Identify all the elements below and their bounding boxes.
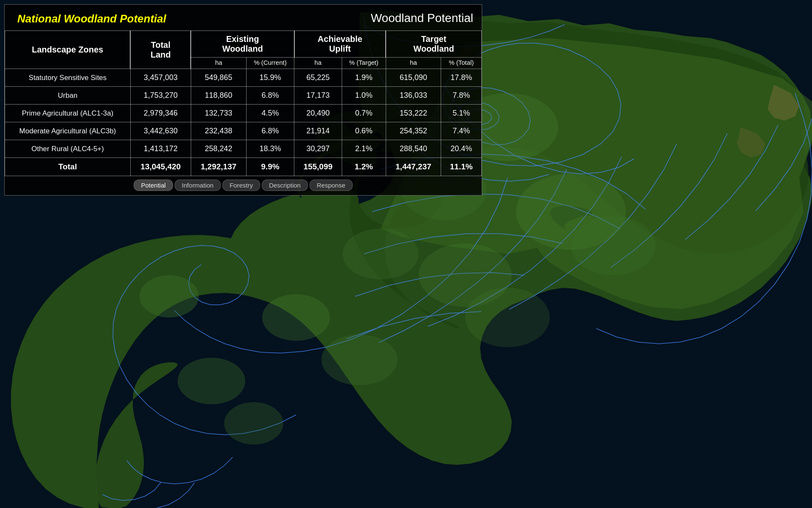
cell-0-2: 549,865 — [191, 69, 246, 87]
col-header-existing: ExistingWoodland — [191, 31, 294, 58]
cell-0-7: 17.8% — [441, 69, 482, 87]
cell-4-4: 30,297 — [294, 140, 342, 158]
tab-description[interactable]: Description — [262, 179, 308, 191]
col-header-total-land: TotalLand — [130, 31, 191, 69]
cell-5-6: 1,447,237 — [386, 158, 441, 176]
cell-3-5: 0.6% — [342, 122, 386, 140]
cell-1-6: 136,033 — [386, 87, 441, 105]
cell-1-2: 118,860 — [191, 87, 246, 105]
tab-response[interactable]: Response — [310, 179, 353, 191]
table-row: Other Rural (ALC4-5+)1,413,172258,24218.… — [5, 140, 482, 158]
cell-4-7: 20.4% — [441, 140, 482, 158]
title-bar: National Woodland Potential Woodland Pot… — [5, 5, 482, 30]
sub-header-pct-total: % (Total) — [441, 58, 482, 69]
cell-3-3: 6.8% — [246, 122, 294, 140]
cell-0-6: 615,090 — [386, 69, 441, 87]
cell-2-2: 132,733 — [191, 105, 246, 122]
table-row: Statutory Sensitive Sites3,457,003549,86… — [5, 69, 482, 87]
cell-4-2: 258,242 — [191, 140, 246, 158]
sub-header-ha-1: ha — [191, 58, 246, 69]
cell-5-3: 9.9% — [246, 158, 294, 176]
cell-4-3: 18.3% — [246, 140, 294, 158]
cell-2-4: 20,490 — [294, 105, 342, 122]
table-row: Moderate Agricultural (ALC3b)3,442,63023… — [5, 122, 482, 140]
cell-3-0: Moderate Agricultural (ALC3b) — [5, 122, 131, 140]
cell-1-5: 1.0% — [342, 87, 386, 105]
cell-5-1: 13,045,420 — [130, 158, 191, 176]
cell-1-4: 17,173 — [294, 87, 342, 105]
cell-1-0: Urban — [5, 87, 131, 105]
sub-header-pct-current: % (Current) — [246, 58, 294, 69]
col-header-landscape: Landscape Zones — [5, 31, 131, 69]
cell-4-5: 2.1% — [342, 140, 386, 158]
table-row: Total13,045,4201,292,1379.9%155,0991.2%1… — [5, 158, 482, 176]
cell-3-6: 254,352 — [386, 122, 441, 140]
cell-0-3: 15.9% — [246, 69, 294, 87]
tab-potential[interactable]: Potential — [134, 179, 173, 191]
cell-2-1: 2,979,346 — [130, 105, 191, 122]
cell-1-3: 6.8% — [246, 87, 294, 105]
cell-0-4: 65,225 — [294, 69, 342, 87]
cell-2-3: 4.5% — [246, 105, 294, 122]
cell-5-4: 155,099 — [294, 158, 342, 176]
cell-3-4: 21,914 — [294, 122, 342, 140]
cell-0-5: 1.9% — [342, 69, 386, 87]
cell-5-0: Total — [5, 158, 131, 176]
cell-5-7: 11.1% — [441, 158, 482, 176]
panel-title: National Woodland Potential — [11, 8, 172, 28]
cell-2-6: 153,222 — [386, 105, 441, 122]
data-panel: National Woodland Potential Woodland Pot… — [4, 4, 482, 196]
cell-4-1: 1,413,172 — [130, 140, 191, 158]
cell-2-5: 0.7% — [342, 105, 386, 122]
table-row: Prime Agricultural (ALC1-3a)2,979,346132… — [5, 105, 482, 122]
cell-2-7: 5.1% — [441, 105, 482, 122]
cell-1-7: 7.8% — [441, 87, 482, 105]
cell-5-5: 1.2% — [342, 158, 386, 176]
sub-header-ha-2: ha — [294, 58, 342, 69]
cell-4-6: 288,540 — [386, 140, 441, 158]
col-header-target: TargetWoodland — [386, 31, 481, 58]
cell-1-1: 1,753,270 — [130, 87, 191, 105]
cell-0-0: Statutory Sensitive Sites — [5, 69, 131, 87]
cell-4-0: Other Rural (ALC4-5+) — [5, 140, 131, 158]
table-row: Urban1,753,270118,8606.8%17,1731.0%136,0… — [5, 87, 482, 105]
cell-0-1: 3,457,003 — [130, 69, 191, 87]
woodland-potential-label: Woodland Potential — [371, 11, 473, 25]
sub-header-pct-target: % (Target) — [342, 58, 386, 69]
cell-3-7: 7.4% — [441, 122, 482, 140]
sub-header-ha-3: ha — [386, 58, 441, 69]
tab-forestry[interactable]: Forestry — [222, 179, 260, 191]
tab-bar: PotentialInformationForestryDescriptionR… — [5, 176, 482, 195]
data-table: Landscape Zones TotalLand ExistingWoodla… — [5, 30, 482, 176]
tab-information[interactable]: Information — [175, 179, 221, 191]
cell-3-1: 3,442,630 — [130, 122, 191, 140]
cell-2-0: Prime Agricultural (ALC1-3a) — [5, 105, 131, 122]
cell-3-2: 232,438 — [191, 122, 246, 140]
col-header-achievable: AchievableUplift — [294, 31, 386, 58]
cell-5-2: 1,292,137 — [191, 158, 246, 176]
